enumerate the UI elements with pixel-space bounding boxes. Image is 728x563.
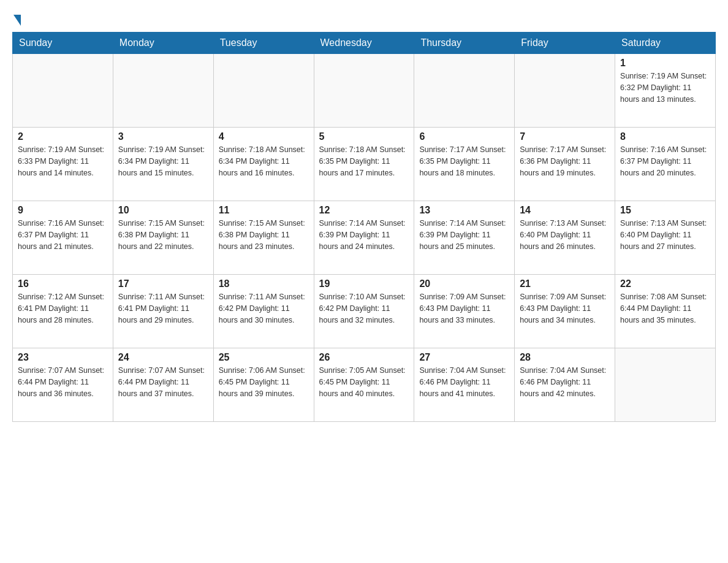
day-info: Sunrise: 7:19 AM Sunset: 6:34 PM Dayligh… [118, 144, 208, 178]
day-header-monday: Monday [113, 33, 213, 54]
day-cell: 4Sunrise: 7:18 AM Sunset: 6:34 PM Daylig… [213, 128, 314, 201]
day-info: Sunrise: 7:09 AM Sunset: 6:43 PM Dayligh… [419, 291, 509, 326]
day-cell [113, 54, 213, 128]
day-cell: 7Sunrise: 7:17 AM Sunset: 6:36 PM Daylig… [515, 128, 615, 201]
day-cell: 6Sunrise: 7:17 AM Sunset: 6:35 PM Daylig… [414, 128, 515, 201]
day-number: 22 [620, 278, 710, 289]
day-cell [314, 54, 414, 128]
day-info: Sunrise: 7:07 AM Sunset: 6:44 PM Dayligh… [118, 365, 208, 399]
day-number: 16 [18, 278, 108, 289]
day-number: 6 [419, 131, 509, 142]
day-cell: 9Sunrise: 7:16 AM Sunset: 6:37 PM Daylig… [13, 201, 113, 275]
day-info: Sunrise: 7:07 AM Sunset: 6:44 PM Dayligh… [18, 365, 108, 399]
day-cell: 15Sunrise: 7:13 AM Sunset: 6:40 PM Dayli… [615, 201, 716, 275]
day-header-saturday: Saturday [615, 33, 716, 54]
day-number: 27 [419, 352, 509, 363]
day-cell: 10Sunrise: 7:15 AM Sunset: 6:38 PM Dayli… [113, 201, 213, 275]
day-header-sunday: Sunday [13, 33, 113, 54]
day-cell: 26Sunrise: 7:05 AM Sunset: 6:45 PM Dayli… [314, 348, 414, 422]
day-header-thursday: Thursday [414, 33, 515, 54]
week-row-2: 2Sunrise: 7:19 AM Sunset: 6:33 PM Daylig… [13, 128, 716, 201]
day-number: 17 [118, 278, 208, 289]
day-number: 8 [620, 131, 710, 142]
day-info: Sunrise: 7:11 AM Sunset: 6:41 PM Dayligh… [118, 291, 208, 326]
calendar-header: SundayMondayTuesdayWednesdayThursdayFrid… [13, 33, 716, 54]
day-cell: 12Sunrise: 7:14 AM Sunset: 6:39 PM Dayli… [314, 201, 414, 275]
day-cell: 19Sunrise: 7:10 AM Sunset: 6:42 PM Dayli… [314, 275, 414, 348]
day-info: Sunrise: 7:14 AM Sunset: 6:39 PM Dayligh… [419, 218, 509, 252]
day-cell: 20Sunrise: 7:09 AM Sunset: 6:43 PM Dayli… [414, 275, 515, 348]
day-header-wednesday: Wednesday [314, 33, 414, 54]
day-cell [515, 54, 615, 128]
day-info: Sunrise: 7:19 AM Sunset: 6:33 PM Dayligh… [18, 144, 108, 178]
day-number: 24 [118, 352, 208, 363]
day-info: Sunrise: 7:05 AM Sunset: 6:45 PM Dayligh… [319, 365, 409, 399]
day-cell: 25Sunrise: 7:06 AM Sunset: 6:45 PM Dayli… [213, 348, 314, 422]
day-info: Sunrise: 7:09 AM Sunset: 6:43 PM Dayligh… [520, 291, 610, 326]
day-header-friday: Friday [515, 33, 615, 54]
day-cell: 1Sunrise: 7:19 AM Sunset: 6:32 PM Daylig… [615, 54, 716, 128]
day-info: Sunrise: 7:19 AM Sunset: 6:32 PM Dayligh… [620, 71, 710, 105]
day-cell [213, 54, 314, 128]
day-number: 3 [118, 131, 208, 142]
day-cell [615, 348, 716, 422]
day-cell: 28Sunrise: 7:04 AM Sunset: 6:46 PM Dayli… [515, 348, 615, 422]
day-info: Sunrise: 7:18 AM Sunset: 6:35 PM Dayligh… [319, 144, 409, 178]
day-number: 19 [319, 278, 409, 289]
day-info: Sunrise: 7:16 AM Sunset: 6:37 PM Dayligh… [620, 144, 710, 178]
day-info: Sunrise: 7:11 AM Sunset: 6:42 PM Dayligh… [219, 291, 309, 326]
day-number: 11 [219, 205, 309, 216]
day-info: Sunrise: 7:17 AM Sunset: 6:36 PM Dayligh… [520, 144, 610, 178]
day-number: 21 [520, 278, 610, 289]
day-cell: 16Sunrise: 7:12 AM Sunset: 6:41 PM Dayli… [13, 275, 113, 348]
day-number: 7 [520, 131, 610, 142]
day-cell: 11Sunrise: 7:15 AM Sunset: 6:38 PM Dayli… [213, 201, 314, 275]
day-cell: 22Sunrise: 7:08 AM Sunset: 6:44 PM Dayli… [615, 275, 716, 348]
calendar-table: SundayMondayTuesdayWednesdayThursdayFrid… [12, 32, 716, 422]
day-info: Sunrise: 7:13 AM Sunset: 6:40 PM Dayligh… [620, 218, 710, 252]
day-cell: 8Sunrise: 7:16 AM Sunset: 6:37 PM Daylig… [615, 128, 716, 201]
day-cell: 3Sunrise: 7:19 AM Sunset: 6:34 PM Daylig… [113, 128, 213, 201]
day-number: 23 [18, 352, 108, 363]
week-row-5: 23Sunrise: 7:07 AM Sunset: 6:44 PM Dayli… [13, 348, 716, 422]
day-cell [13, 54, 113, 128]
day-number: 28 [520, 352, 610, 363]
day-number: 5 [319, 131, 409, 142]
logo [12, 12, 21, 26]
day-cell: 27Sunrise: 7:04 AM Sunset: 6:46 PM Dayli… [414, 348, 515, 422]
day-cell: 18Sunrise: 7:11 AM Sunset: 6:42 PM Dayli… [213, 275, 314, 348]
calendar-body: 1Sunrise: 7:19 AM Sunset: 6:32 PM Daylig… [13, 54, 716, 422]
day-info: Sunrise: 7:16 AM Sunset: 6:37 PM Dayligh… [18, 218, 108, 252]
week-row-3: 9Sunrise: 7:16 AM Sunset: 6:37 PM Daylig… [13, 201, 716, 275]
day-info: Sunrise: 7:08 AM Sunset: 6:44 PM Dayligh… [620, 291, 710, 326]
day-cell: 13Sunrise: 7:14 AM Sunset: 6:39 PM Dayli… [414, 201, 515, 275]
day-info: Sunrise: 7:10 AM Sunset: 6:42 PM Dayligh… [319, 291, 409, 326]
day-headers-row: SundayMondayTuesdayWednesdayThursdayFrid… [13, 33, 716, 54]
day-cell: 14Sunrise: 7:13 AM Sunset: 6:40 PM Dayli… [515, 201, 615, 275]
day-info: Sunrise: 7:06 AM Sunset: 6:45 PM Dayligh… [219, 365, 309, 399]
day-info: Sunrise: 7:15 AM Sunset: 6:38 PM Dayligh… [118, 218, 208, 252]
day-number: 4 [219, 131, 309, 142]
day-info: Sunrise: 7:18 AM Sunset: 6:34 PM Dayligh… [219, 144, 309, 178]
day-cell: 23Sunrise: 7:07 AM Sunset: 6:44 PM Dayli… [13, 348, 113, 422]
day-info: Sunrise: 7:17 AM Sunset: 6:35 PM Dayligh… [419, 144, 509, 178]
day-number: 25 [219, 352, 309, 363]
day-info: Sunrise: 7:15 AM Sunset: 6:38 PM Dayligh… [219, 218, 309, 252]
day-info: Sunrise: 7:04 AM Sunset: 6:46 PM Dayligh… [419, 365, 509, 399]
day-cell [414, 54, 515, 128]
day-number: 14 [520, 205, 610, 216]
day-cell: 2Sunrise: 7:19 AM Sunset: 6:33 PM Daylig… [13, 128, 113, 201]
day-number: 18 [219, 278, 309, 289]
day-number: 2 [18, 131, 108, 142]
day-info: Sunrise: 7:14 AM Sunset: 6:39 PM Dayligh… [319, 218, 409, 252]
day-cell: 17Sunrise: 7:11 AM Sunset: 6:41 PM Dayli… [113, 275, 213, 348]
day-number: 20 [419, 278, 509, 289]
day-number: 1 [620, 58, 710, 69]
day-info: Sunrise: 7:12 AM Sunset: 6:41 PM Dayligh… [18, 291, 108, 326]
day-number: 12 [319, 205, 409, 216]
week-row-1: 1Sunrise: 7:19 AM Sunset: 6:32 PM Daylig… [13, 54, 716, 128]
day-header-tuesday: Tuesday [213, 33, 314, 54]
day-cell: 21Sunrise: 7:09 AM Sunset: 6:43 PM Dayli… [515, 275, 615, 348]
day-number: 15 [620, 205, 710, 216]
day-cell: 5Sunrise: 7:18 AM Sunset: 6:35 PM Daylig… [314, 128, 414, 201]
